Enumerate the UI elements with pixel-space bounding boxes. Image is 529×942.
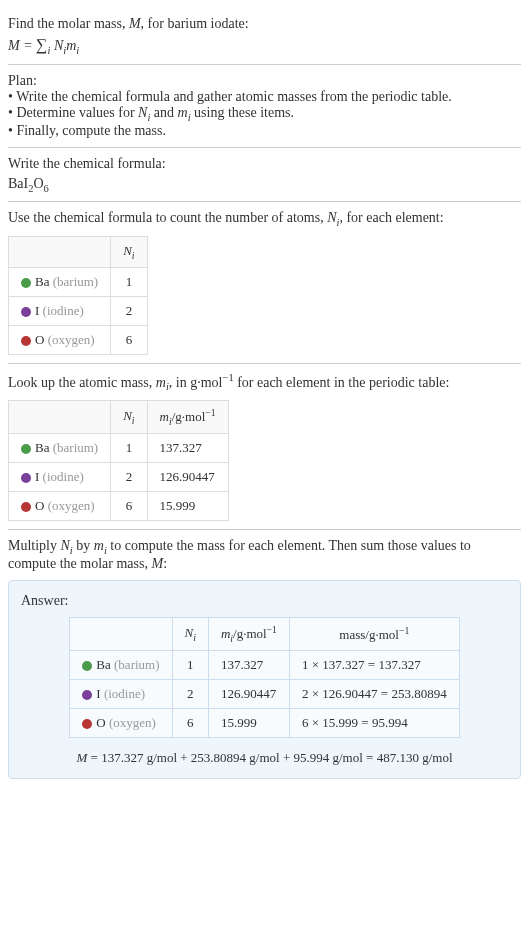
element-cell-i: I (iodine) [9, 463, 111, 492]
dot-i-icon [21, 307, 31, 317]
n-ba: 1 [111, 267, 147, 296]
plan-bullet-3: • Finally, compute the mass. [8, 123, 521, 139]
name-ba: (barium) [53, 440, 98, 455]
element-cell-o: O (oxygen) [70, 708, 172, 737]
dot-o-icon [21, 336, 31, 346]
table-row: Ba (barium) 1 137.327 [9, 434, 229, 463]
header-ni-var: N [123, 243, 132, 258]
name-i: (iodine) [43, 469, 84, 484]
name-ba: (barium) [114, 657, 159, 672]
count-table: Ni Ba (barium) 1 I (iodine) 2 O (oxygen)… [8, 236, 148, 355]
count-intro-start: Use the chemical formula to count the nu… [8, 210, 327, 225]
m-i: 126.90447 [147, 463, 228, 492]
n-o: 6 [111, 325, 147, 354]
mult-mi: m [94, 538, 104, 553]
sym-o: O [96, 715, 105, 730]
sigma-icon: ∑ [36, 36, 47, 53]
plan-title: Plan: [8, 73, 521, 89]
m-o: 15.999 [208, 708, 289, 737]
name-i: (iodine) [104, 686, 145, 701]
table-row: O (oxygen) 6 15.999 6 × 15.999 = 95.994 [70, 708, 459, 737]
mult-ni: N [61, 538, 70, 553]
sym-ba: Ba [35, 440, 49, 455]
element-cell-ba: Ba (barium) [9, 267, 111, 296]
header-element [9, 237, 111, 268]
dot-i-icon [82, 690, 92, 700]
dot-o-icon [82, 719, 92, 729]
name-o: (oxygen) [109, 715, 156, 730]
final-text: = 137.327 g/mol + 253.80894 g/mol + 95.9… [87, 750, 452, 765]
header-mi-sup: −1 [267, 624, 277, 635]
mult-mvar: M [151, 556, 163, 571]
header-ni: Ni [111, 401, 147, 434]
plan-section: Plan: • Write the chemical formula and g… [8, 65, 521, 148]
intro-line1-end: , for barium iodate: [141, 16, 249, 31]
dot-ba-icon [21, 278, 31, 288]
mass-intro-end: for each element in the periodic table: [234, 374, 450, 389]
header-ni-sub: i [193, 632, 196, 643]
header-mi-unit: /g·mol [233, 626, 267, 641]
table-row: I (iodine) 2 126.90447 [9, 463, 229, 492]
header-mi-sup: −1 [205, 407, 215, 418]
element-cell-i: I (iodine) [9, 296, 111, 325]
plan-bullet-2: • Determine values for Ni and mi using t… [8, 105, 521, 123]
plan-b2-mid: and [150, 105, 177, 120]
answer-table: Ni mi/g·mol−1 mass/g·mol−1 Ba (barium) 1… [69, 617, 459, 738]
header-ni: Ni [172, 617, 208, 650]
m-o: 15.999 [147, 492, 228, 521]
m-i: 126.90447 [208, 679, 289, 708]
header-element [9, 401, 111, 434]
header-mi-var: m [221, 626, 230, 641]
sym-ba: Ba [35, 274, 49, 289]
m-ba: 137.327 [147, 434, 228, 463]
mult-mid: by [73, 538, 94, 553]
header-mi: mi/g·mol−1 [147, 401, 228, 434]
n-ba: 1 [172, 650, 208, 679]
name-ba: (barium) [53, 274, 98, 289]
sym-i: I [35, 303, 39, 318]
answer-title: Answer: [21, 593, 508, 609]
mass-intro-sup: −1 [222, 372, 233, 383]
element-cell-o: O (oxygen) [9, 325, 111, 354]
sym-i: I [96, 686, 100, 701]
header-ni-var: N [123, 408, 132, 423]
element-cell-ba: Ba (barium) [70, 650, 172, 679]
formula-m: m [66, 38, 76, 53]
multiply-text: Multiply Ni by mi to compute the mass fo… [8, 538, 521, 572]
multiply-section: Multiply Ni by mi to compute the mass fo… [8, 530, 521, 787]
chem-sub2: 6 [44, 182, 49, 193]
plan-b2-start: • Determine values for [8, 105, 138, 120]
mass-intro-start: Look up the atomic mass, [8, 374, 156, 389]
count-section: Use the chemical formula to count the nu… [8, 202, 521, 363]
calc-ba: 1 × 137.327 = 137.327 [289, 650, 459, 679]
table-row: I (iodine) 2 126.90447 2 × 126.90447 = 2… [70, 679, 459, 708]
formula-section: Write the chemical formula: BaI2O6 [8, 148, 521, 203]
n-i: 2 [111, 463, 147, 492]
calc-o: 6 × 15.999 = 95.994 [289, 708, 459, 737]
molar-mass-formula: M = ∑i Nimi [8, 36, 521, 56]
header-mass: mass/g·mol−1 [289, 617, 459, 650]
mass-intro: Look up the atomic mass, mi, in g·mol−1 … [8, 372, 521, 392]
final-formula: M = 137.327 g/mol + 253.80894 g/mol + 95… [21, 750, 508, 766]
intro-text: Find the molar mass, M, for barium iodat… [8, 16, 521, 32]
chemical-formula: BaI2O6 [8, 176, 521, 194]
header-element [70, 617, 172, 650]
element-cell-i: I (iodine) [70, 679, 172, 708]
mass-intro-mid: , in g·mol [169, 374, 223, 389]
table-row: Ba (barium) 1 137.327 1 × 137.327 = 137.… [70, 650, 459, 679]
plan-bullet-1: • Write the chemical formula and gather … [8, 89, 521, 105]
formula-m-sub: i [76, 45, 79, 56]
final-mvar: M [76, 750, 87, 765]
table-row: I (iodine) 2 [9, 296, 148, 325]
n-ba: 1 [111, 434, 147, 463]
table-header-row: Ni mi/g·mol−1 [9, 401, 229, 434]
sym-i: I [35, 469, 39, 484]
element-cell-ba: Ba (barium) [9, 434, 111, 463]
name-i: (iodine) [43, 303, 84, 318]
mass-table: Ni mi/g·mol−1 Ba (barium) 1 137.327 I (i… [8, 400, 229, 521]
header-mi: mi/g·mol−1 [208, 617, 289, 650]
count-intro-var: N [327, 210, 336, 225]
sym-o: O [35, 332, 44, 347]
sym-ba: Ba [96, 657, 110, 672]
dot-ba-icon [82, 661, 92, 671]
